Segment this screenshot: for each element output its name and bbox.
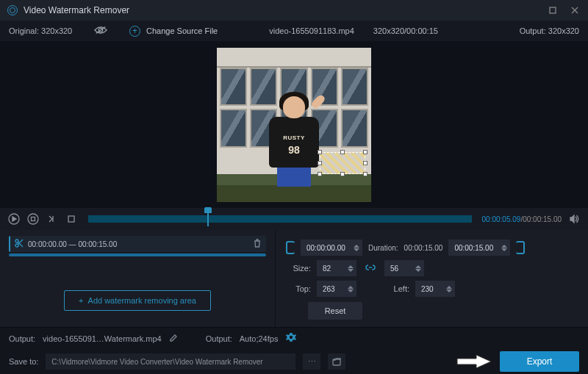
top-input[interactable]: 263 bbox=[317, 281, 356, 297]
timeline-track[interactable] bbox=[88, 215, 472, 223]
svg-rect-5 bbox=[32, 217, 35, 221]
output-bar: Output: video-1655091…Watermark.mp4 Outp… bbox=[0, 327, 588, 349]
output-settings-value: Auto;24fps bbox=[240, 334, 279, 343]
set-in-bracket-button[interactable] bbox=[286, 241, 295, 254]
watermark-selection-box[interactable] bbox=[320, 152, 365, 174]
volume-button[interactable] bbox=[567, 212, 581, 226]
step-forward-button[interactable] bbox=[46, 212, 59, 226]
segment-range: 00:00:00.00 — 00:00:15.00 bbox=[28, 240, 117, 248]
app-logo-icon bbox=[7, 5, 18, 15]
stop-button[interactable] bbox=[26, 212, 40, 226]
annotation-arrow-icon bbox=[454, 353, 492, 370]
output-file-name: video-1655091…Watermark.mp4 bbox=[43, 334, 162, 343]
output-settings-label: Output: bbox=[206, 334, 232, 343]
params-panel: 00:00:00.00 Duration:00:00:15.00 00:00:1… bbox=[276, 230, 588, 327]
change-source-button[interactable]: + Change Source File bbox=[129, 26, 218, 37]
segment-slider[interactable] bbox=[9, 253, 266, 256]
close-button[interactable] bbox=[569, 4, 581, 16]
scissor-icon bbox=[15, 239, 24, 249]
output-settings-gear-icon[interactable] bbox=[285, 332, 297, 345]
set-out-bracket-button[interactable] bbox=[516, 241, 525, 254]
svg-point-4 bbox=[28, 214, 38, 224]
lower-panels: 00:00:00.00 — 00:00:15.00 +Add watermark… bbox=[0, 230, 588, 327]
minimize-button[interactable] bbox=[547, 4, 559, 16]
size-label: Size: bbox=[286, 264, 311, 273]
step-bracket-button[interactable] bbox=[65, 212, 78, 226]
duration-label: Duration: bbox=[368, 244, 398, 252]
info-bar: Original: 320x320 + Change Source File v… bbox=[0, 21, 588, 41]
visibility-toggle-icon[interactable] bbox=[94, 25, 107, 37]
start-time-input[interactable]: 00:00:00.00 bbox=[301, 240, 362, 256]
timeline-bar: 00:00:05.09/00:00:15.00 bbox=[0, 208, 588, 230]
svg-rect-6 bbox=[68, 216, 74, 222]
left-input[interactable]: 230 bbox=[415, 281, 455, 297]
source-dims-time: 320x320/00:00:15 bbox=[373, 26, 438, 35]
video-preview[interactable]: RUSTY 98 bbox=[0, 41, 588, 208]
original-label: Original: 320x320 bbox=[9, 26, 90, 35]
browse-path-button[interactable]: ⋯ bbox=[303, 353, 320, 370]
saveto-label: Save to: bbox=[9, 357, 38, 366]
timecode: 00:00:05.09/00:00:15.00 bbox=[482, 215, 562, 223]
size-height-input[interactable]: 56 bbox=[384, 260, 424, 276]
svg-point-9 bbox=[290, 335, 293, 338]
output-dims-label: Output: 320x320 bbox=[520, 26, 579, 35]
save-path-input[interactable]: C:\Vidmore\Vidmore Video Converter\Video… bbox=[46, 353, 295, 370]
open-folder-button[interactable] bbox=[328, 353, 345, 370]
svg-rect-0 bbox=[550, 7, 556, 13]
add-watermark-area-button[interactable]: +Add watermark removing area bbox=[64, 290, 211, 311]
video-frame: RUSTY 98 bbox=[217, 48, 371, 202]
plus-circle-icon: + bbox=[129, 26, 140, 37]
end-time-input[interactable]: 00:00:15.00 bbox=[448, 240, 510, 256]
save-bar: Save to: C:\Vidmore\Vidmore Video Conver… bbox=[0, 349, 588, 374]
output-file-label: Output: bbox=[9, 334, 35, 343]
segments-panel: 00:00:00.00 — 00:00:15.00 +Add watermark… bbox=[0, 230, 276, 327]
playhead[interactable] bbox=[207, 212, 209, 226]
delete-segment-icon[interactable] bbox=[253, 239, 262, 249]
export-button[interactable]: Export bbox=[500, 351, 579, 372]
left-label: Left: bbox=[384, 284, 409, 293]
rename-output-icon[interactable] bbox=[169, 334, 178, 344]
size-width-input[interactable]: 82 bbox=[317, 260, 356, 276]
titlebar: Video Watermark Remover bbox=[0, 0, 588, 21]
link-aspect-icon[interactable] bbox=[362, 262, 379, 274]
app-title: Video Watermark Remover bbox=[24, 5, 547, 15]
top-label: Top: bbox=[286, 284, 311, 293]
reset-button[interactable]: Reset bbox=[308, 302, 362, 320]
play-button[interactable] bbox=[7, 212, 21, 226]
source-filename: video-1655091183.mp4 bbox=[269, 26, 354, 35]
segment-row[interactable]: 00:00:00.00 — 00:00:15.00 bbox=[9, 236, 266, 252]
